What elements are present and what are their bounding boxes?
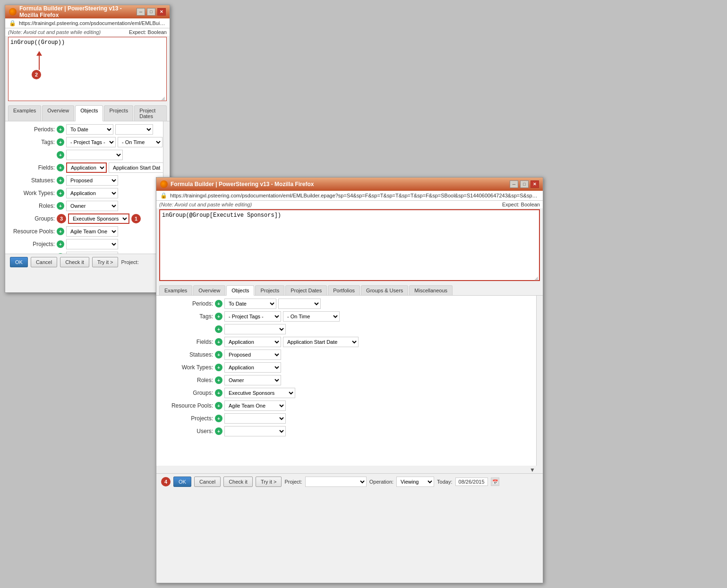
badge1: 1 xyxy=(131,214,141,223)
fields-select1[interactable]: Application xyxy=(66,162,107,173)
worktypes-plus[interactable]: + xyxy=(57,189,64,197)
badge2: 2 xyxy=(32,70,41,79)
roles-label: Roles: xyxy=(10,203,55,209)
ok-button-w1[interactable]: OK xyxy=(10,257,28,267)
arrow-shaft xyxy=(39,56,40,70)
users-plus2[interactable]: + xyxy=(215,427,222,435)
tab-misc-w2[interactable]: Miscellaneous xyxy=(409,285,453,295)
periods-plus[interactable]: + xyxy=(57,126,64,133)
users-select2[interactable] xyxy=(224,426,286,436)
groups-label: Groups: xyxy=(10,215,55,222)
minimize-button2[interactable]: ─ xyxy=(510,180,518,188)
titlebar2-left: Formula Builder | PowerSteering v13 - Mo… xyxy=(160,180,314,188)
tags-select3[interactable] xyxy=(66,150,123,160)
tags-select2a2[interactable]: - On Time xyxy=(283,311,340,322)
statuses-plus[interactable]: + xyxy=(57,177,64,184)
users-select[interactable] xyxy=(66,252,118,254)
fields-select2b[interactable]: Application Start Date xyxy=(283,337,359,347)
tab-overview-w2[interactable]: Overview xyxy=(193,285,225,295)
tab-portfolios-w2[interactable]: Portfolios xyxy=(328,285,360,295)
roles-plus2[interactable]: + xyxy=(215,376,222,384)
tab-projects-w1[interactable]: Projects xyxy=(104,105,133,121)
periods-select[interactable]: To Date xyxy=(66,124,113,135)
close-button2[interactable]: ✕ xyxy=(530,180,539,188)
maximize-button[interactable]: □ xyxy=(147,8,155,16)
scrollbar2[interactable] xyxy=(536,296,543,466)
window1-formula-input[interactable]: inGroup((Group)) xyxy=(8,37,167,101)
project-select-w2[interactable] xyxy=(305,477,367,487)
resourcepools-plus2[interactable]: + xyxy=(215,402,222,409)
periods-select2b[interactable] xyxy=(278,298,321,309)
window2-tabs: Examples Overview Objects Projects Proje… xyxy=(156,283,543,296)
worktypes-select[interactable]: Application xyxy=(66,188,118,198)
tab-overview-w1[interactable]: Overview xyxy=(42,105,74,121)
fields-select2[interactable]: Application Start Date xyxy=(109,162,170,173)
periods-plus2[interactable]: + xyxy=(215,300,222,307)
projects-select[interactable] xyxy=(66,239,118,249)
checkit-button-w1[interactable]: Check it xyxy=(60,257,89,267)
fields-plus2[interactable]: + xyxy=(215,338,222,346)
resourcepools-select[interactable]: Agile Team One xyxy=(66,226,118,237)
tags-plus2a[interactable]: + xyxy=(215,313,222,320)
maximize-button2[interactable]: □ xyxy=(520,180,529,188)
tab-examples-w1[interactable]: Examples xyxy=(8,105,41,121)
statuses-plus2[interactable]: + xyxy=(215,351,222,358)
ok-button-w2[interactable]: OK xyxy=(173,477,191,487)
roles-plus[interactable]: + xyxy=(57,202,64,210)
groups-select[interactable]: Executive Sponsors xyxy=(68,213,129,224)
roles-label2: Roles: xyxy=(161,377,213,383)
operation-select-w2[interactable]: Viewing xyxy=(396,477,434,487)
close-button[interactable]: ✕ xyxy=(157,8,166,16)
resourcepools-select2[interactable]: Agile Team One xyxy=(224,401,286,411)
tab-objects-w1[interactable]: Objects xyxy=(75,105,103,121)
tags-select2[interactable]: - On Time xyxy=(118,137,163,147)
periods-select2a[interactable]: To Date xyxy=(224,298,276,309)
scroll-down-indicator: ▼ xyxy=(156,466,543,473)
tags-row2: + xyxy=(10,150,165,160)
checkit-button-w2[interactable]: Check it xyxy=(223,477,253,487)
groups-select2[interactable]: Executive Sponsors xyxy=(224,388,295,398)
window1-tabs: Examples Overview Objects Projects Proje… xyxy=(5,103,170,121)
tags-plus2b[interactable]: + xyxy=(215,325,222,333)
projects-plus2[interactable]: + xyxy=(215,415,222,422)
tags-plus2[interactable]: + xyxy=(57,151,64,159)
projects-select2[interactable] xyxy=(224,413,286,424)
tryit-button-w1[interactable]: Try it > xyxy=(92,257,119,267)
fields-plus[interactable]: + xyxy=(57,164,64,171)
users-plus[interactable]: + xyxy=(57,253,64,254)
cancel-button-w1[interactable]: Cancel xyxy=(31,257,57,267)
tab-objects-w2[interactable]: Objects xyxy=(226,285,254,296)
window2-tabs-row: Examples Overview Objects Projects Proje… xyxy=(156,283,543,295)
tags-plus[interactable]: + xyxy=(57,138,64,146)
minimize-button[interactable]: ─ xyxy=(137,8,145,16)
tags-select1[interactable]: - Project Tags - xyxy=(66,137,116,147)
statuses-select2[interactable]: Proposed xyxy=(224,349,281,360)
tryit-button-w2[interactable]: Try it > xyxy=(256,477,282,487)
statuses-select[interactable]: Proposed xyxy=(66,175,118,186)
note-text2: (Note: Avoid cut and paste while editing… xyxy=(159,202,252,207)
window2-formula-input[interactable]: inGroup(@Group[Executive Sponsors]) xyxy=(159,209,540,281)
calendar-icon[interactable]: 📅 xyxy=(491,477,499,486)
worktypes-select2[interactable]: Application xyxy=(224,362,281,373)
tags-select2a1[interactable]: - Project Tags - xyxy=(224,311,281,322)
worktypes-plus2[interactable]: + xyxy=(215,364,222,371)
tags-row: Tags: + - Project Tags - - On Time xyxy=(10,137,165,147)
today-value-w2: 08/26/2015 xyxy=(455,477,488,486)
statuses-label2: Statuses: xyxy=(161,351,213,358)
fields-select2a[interactable]: Application xyxy=(224,337,281,347)
tab-examples-w2[interactable]: Examples xyxy=(159,285,192,295)
tab-projectdates-w1[interactable]: Project Dates xyxy=(134,105,167,121)
tags-row2a: Tags: + - Project Tags - - On Time xyxy=(161,311,538,322)
projects-plus[interactable]: + xyxy=(57,240,64,248)
tab-projects-w2[interactable]: Projects xyxy=(255,285,284,295)
cancel-button-w2[interactable]: Cancel xyxy=(194,477,221,487)
roles-select[interactable]: Owner xyxy=(66,201,118,211)
roles-select2[interactable]: Owner xyxy=(224,375,281,385)
tags-select2b[interactable] xyxy=(224,324,286,334)
tab-projectdates-w2[interactable]: Project Dates xyxy=(285,285,327,295)
resourcepools-plus[interactable]: + xyxy=(57,228,64,235)
tab-groupsusers-w2[interactable]: Groups & Users xyxy=(361,285,408,295)
groups-plus2[interactable]: + xyxy=(215,389,222,397)
periods-select2[interactable] xyxy=(115,124,153,135)
window2-formula-container: inGroup(@Group[Executive Sponsors]) ◢ xyxy=(159,209,540,282)
